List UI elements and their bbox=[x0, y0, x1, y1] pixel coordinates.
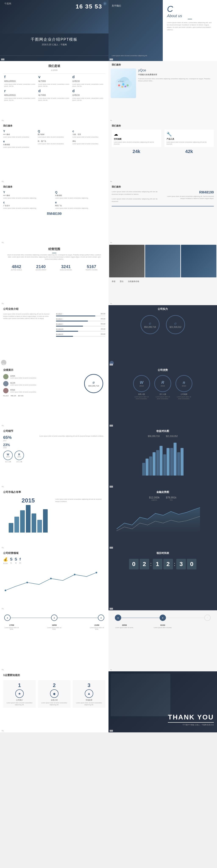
sp2-label: 矢量插图 bbox=[55, 194, 105, 197]
detail-left: 65% 2017 23% 2018 W 2015 员工人数 bbox=[3, 435, 36, 463]
detail-year2: 2018 bbox=[3, 447, 36, 448]
scope-accent bbox=[52, 253, 56, 253]
bar2-label: 营业项目二65/100 bbox=[56, 318, 105, 320]
stat-1: 4842 ACTIVE GOALS bbox=[11, 264, 22, 271]
service-cloud-desc: Fuameat accumsan tellus consectetur adip… bbox=[138, 78, 215, 82]
fin-amt1-val: $12,000k bbox=[149, 496, 160, 499]
bar3-bg bbox=[56, 326, 105, 327]
bar-group-5 bbox=[170, 443, 177, 475]
slide17-label: Pic bbox=[1, 547, 4, 549]
si3-letter: c bbox=[72, 129, 105, 133]
sp1-letter: Y bbox=[3, 190, 53, 194]
tl-date-1: 17/09 Lorem ipsum dolor sit amet. bbox=[4, 624, 19, 630]
photo-label-3: 当然服务价格 bbox=[128, 280, 139, 283]
strength-circle-2: e $21,918,012 bbox=[166, 315, 185, 334]
slide2-label: Pic bbox=[110, 59, 113, 60]
circle-wrap-2: e $21,918,012 bbox=[166, 315, 185, 336]
det-clabel-2: 员工人数 bbox=[14, 461, 24, 463]
sw-price: RM48199 bbox=[164, 190, 214, 194]
slide-row-6: 公司业务介绍 Lorem ipsum dolor sit amet consec… bbox=[0, 305, 217, 366]
det-year-2: 2015 bbox=[18, 456, 21, 458]
bar3-fill bbox=[56, 326, 83, 327]
person2-avatar bbox=[3, 381, 8, 386]
circle1-amount: $58,289,718 bbox=[144, 326, 156, 328]
col3-letter: d bbox=[72, 75, 104, 79]
slide-row-2: 我们是谁 企业简单 f 销售运营情况 Lorem ipsum dolor sit… bbox=[0, 61, 217, 122]
point-2: 2 ◆ 业务介绍 Lorem ipsum dolor sit amet cons… bbox=[38, 680, 70, 708]
si1-text: Lorem ipsum dolor sit amet consectetur a… bbox=[114, 141, 159, 145]
revenue-chart bbox=[108, 438, 217, 476]
slide9-label: Pic bbox=[1, 303, 4, 305]
service-item-1: Y PPT素材 Lorem ipsum dolor sit amet conse… bbox=[3, 129, 36, 138]
bar-group-2 bbox=[149, 452, 156, 475]
si3-label: 元素、背景 bbox=[72, 133, 105, 135]
stat2-num: 2140 bbox=[36, 264, 46, 269]
slide-cover: 千图网 16 35 53 2 千图网企业介绍PPT模板 2016.5.20 汇报… bbox=[0, 0, 108, 61]
detail-circles: W 2015 员工人数 R 2015 员工人数 bbox=[3, 451, 36, 463]
tl-dot-3: ● bbox=[98, 615, 104, 621]
det-year-1: 2015 bbox=[6, 456, 10, 458]
col3-label: 合理定价 bbox=[72, 80, 104, 83]
sw-desc2: Lorem ipsum dolor sit amet consectetur a… bbox=[112, 198, 162, 203]
bar-6b bbox=[181, 448, 184, 475]
slide21-label: Pic bbox=[1, 669, 4, 671]
p1-icon: ★ bbox=[18, 692, 21, 696]
si1-num: 24k bbox=[112, 149, 161, 154]
bar-4b bbox=[166, 448, 169, 475]
tr-dot-2: ● bbox=[160, 615, 166, 621]
financial-amounts: $12,000k 金融对比 $78,991k 年收 bbox=[108, 495, 217, 502]
person3-name: 李同科 bbox=[10, 389, 36, 391]
cover-title: 千图网企业介绍PPT模板 bbox=[0, 37, 108, 42]
circle2-letter: e bbox=[174, 321, 177, 326]
who-columns-row2: r 销售运营情况 Lorem ipsum dolor sit amet, con… bbox=[0, 89, 108, 101]
sp1-text: Lorem ipsum dolor sit amet consectetur a… bbox=[3, 197, 53, 199]
col6-label: 合理定价 bbox=[72, 94, 104, 97]
slide-row-5: 经营范围 Buam et accumsan tellus consectetur… bbox=[0, 244, 217, 305]
person2-name: 张洁同 bbox=[10, 382, 36, 384]
p2-circle: ◆ bbox=[50, 689, 59, 698]
cloud-image: y Q c e bbox=[111, 68, 136, 98]
slide-row-8: 公司细节 65% 2017 23% 2018 W 2015 bbox=[0, 427, 217, 488]
adv-desc-2: Lorem ipsum dolor sit amet consectetur. bbox=[154, 396, 171, 400]
adv-circle-shape-3: n 2010 bbox=[176, 375, 192, 392]
stat3-num: 3241 bbox=[60, 264, 72, 269]
about-letter: C bbox=[167, 4, 213, 14]
service-item-5: 绝、图广告 Lorem ipsum dolor sit amet consect… bbox=[38, 140, 70, 148]
adv-circle-shape-2: R 2015 bbox=[154, 375, 171, 392]
adv-circle-1: W 2010 销售人数 Lorem ipsum dolor sit amet c… bbox=[133, 375, 150, 400]
advantage-circles: W 2010 销售人数 Lorem ipsum dolor sit amet c… bbox=[108, 373, 217, 402]
stat1-num: 4842 bbox=[11, 264, 22, 269]
tr-dates: 25/09 Lorem ipsum dolor sit amet. 01/10 … bbox=[115, 624, 211, 628]
financial-chart bbox=[108, 502, 208, 536]
adv-year-2: 2015 bbox=[161, 385, 165, 387]
mbar-3 bbox=[20, 510, 25, 532]
who-col-1: f 销售运营情况 Lorem ipsum dolor sit amet, con… bbox=[4, 75, 36, 87]
si5-text: Lorem ipsum dolor sit amet consectetur. bbox=[38, 143, 70, 145]
service-wide-header: 我们服务 bbox=[108, 183, 217, 189]
slide-service-grid: 我们服务 Y PPT素材 Lorem ipsum dolor sit amet … bbox=[0, 122, 108, 183]
service-cloud-text: yQce 中国最大的免费素材库 Fuameat accumsan tellus … bbox=[138, 68, 215, 98]
detail-right: Lorem ipsum dolor sit amet consectetur a… bbox=[39, 435, 105, 463]
sep-2: : bbox=[174, 559, 176, 569]
svg-point-9 bbox=[121, 86, 123, 88]
p2-num: 2 bbox=[40, 682, 68, 688]
detail-pct2-val: 23% bbox=[3, 443, 36, 447]
tr-line-1 bbox=[121, 618, 160, 618]
three-title: 3点需要知道的 bbox=[0, 671, 108, 678]
adv-label-2: 员工人数 bbox=[154, 393, 171, 396]
bar-3: 营业项目三55/100 bbox=[56, 323, 105, 327]
area-chart bbox=[0, 566, 104, 597]
stat1-label: ACTIVE GOALS bbox=[11, 269, 22, 271]
tl-d2-desc: Lorem ipsum dolor sit amet. bbox=[47, 627, 62, 630]
digit-6: 0 bbox=[187, 559, 196, 569]
tl-dot-2: ● bbox=[51, 615, 57, 621]
slide-company-strength: 公司实力 e $58,289,718 e $21,918,012 Pic bbox=[108, 305, 217, 366]
p1-circle: ★ bbox=[15, 689, 24, 698]
slide10-label: Pic bbox=[110, 303, 113, 305]
ai3-label: $2 bbox=[14, 562, 17, 564]
circle1-letter: e bbox=[149, 321, 151, 326]
ty-laptop bbox=[111, 674, 170, 716]
svg-point-15 bbox=[74, 574, 75, 575]
stat-2: 2140 HOURS SPENT bbox=[36, 264, 46, 271]
point-3: 3 ▲ 市场前景 Lorem ipsum dolor sit amet cons… bbox=[73, 680, 105, 708]
